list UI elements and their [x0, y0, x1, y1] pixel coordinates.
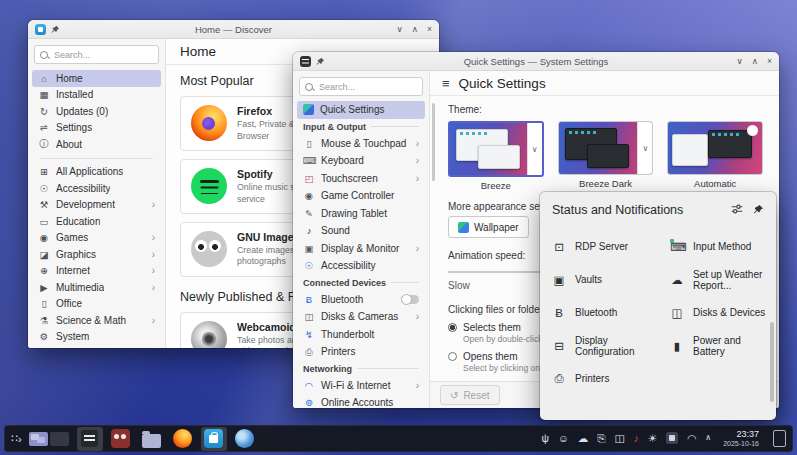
sidebar-item-game-controller[interactable]: Game Controller	[297, 187, 425, 205]
theme-card-breeze[interactable]: ∨ Breeze	[448, 121, 544, 191]
sidebar-item-display-monitor[interactable]: Display & Monitor›	[297, 240, 425, 258]
sidebar-item-bluetooth[interactable]: Bluetooth	[297, 291, 425, 309]
theme-preview-breeze-dark: ∨	[558, 121, 654, 175]
undo-icon	[450, 390, 458, 401]
show-desktop-button[interactable]	[773, 430, 786, 447]
sidebar-item-office[interactable]: Office	[32, 296, 161, 313]
sidebar-item-multimedia[interactable]: Multimedia›	[32, 279, 161, 296]
desktop-2[interactable]	[50, 432, 69, 446]
radio-button[interactable]	[448, 352, 457, 361]
pin-icon[interactable]	[51, 25, 60, 34]
sidebar-item-development[interactable]: Development›	[32, 197, 161, 214]
theme-card-automatic[interactable]: Automatic	[667, 121, 763, 191]
status-item-display-configuration[interactable]: Display Configuration	[552, 329, 670, 362]
task-gimp[interactable]	[108, 427, 134, 451]
status-item-printers[interactable]: Printers	[552, 362, 670, 395]
sidebar-item-internet[interactable]: Internet›	[32, 263, 161, 280]
desktop-1[interactable]	[29, 432, 48, 446]
sidebar-item-education[interactable]: Education	[32, 213, 161, 230]
status-item-power-battery[interactable]: Power and Battery	[670, 329, 772, 362]
close-button[interactable]: ×	[427, 20, 432, 38]
tray-network-icon[interactable]: ◠	[687, 433, 696, 444]
sidebar-item-touchscreen[interactable]: Touchscreen›	[297, 170, 425, 188]
settings-content-header: ≡ Quick Settings	[430, 71, 779, 96]
status-item-weather[interactable]: Set up Weather Report...	[670, 263, 772, 296]
task-system-settings[interactable]	[77, 427, 103, 451]
sidebar-item-graphics[interactable]: Graphics›	[32, 246, 161, 263]
popup-header: Status and Notifications	[540, 192, 776, 224]
hamburger-menu-icon[interactable]: ≡	[442, 76, 450, 91]
maximize-button[interactable]: ∧	[752, 52, 758, 70]
app-launcher-button[interactable]: ∷›	[11, 432, 21, 445]
task-firefox[interactable]	[170, 427, 196, 451]
sidebar-item-drawing-tablet[interactable]: Drawing Tablet	[297, 205, 425, 223]
system-icon	[38, 331, 50, 342]
content-scrollbar[interactable]	[432, 103, 435, 181]
sidebar-item-installed[interactable]: Installed	[32, 87, 161, 104]
sidebar-item-all-applications[interactable]: All Applications	[32, 164, 161, 181]
tray-night-light-icon[interactable]: ☀	[648, 433, 657, 444]
sidebar-item-sound[interactable]: Sound	[297, 222, 425, 240]
tray-weather-icon[interactable]: ☁	[578, 433, 589, 444]
search-input[interactable]	[52, 49, 153, 61]
sidebar-item-thunderbolt[interactable]: Thunderbolt	[297, 326, 425, 344]
task-discover[interactable]	[201, 427, 227, 451]
sidebar-item-accessibility[interactable]: Accessibility	[297, 257, 425, 275]
chevron-down-icon[interactable]: ∨	[527, 123, 542, 175]
status-item-rdp-server[interactable]: RDP Server	[552, 230, 670, 263]
sidebar-item-updates[interactable]: Updates (0)	[32, 103, 161, 120]
close-button[interactable]: ×	[767, 52, 772, 70]
sidebar-item-home[interactable]: Home	[32, 70, 161, 87]
sidebar-item-quick-settings[interactable]: Quick Settings	[297, 101, 425, 119]
task-file-manager[interactable]	[139, 427, 165, 451]
tray-media-player-icon[interactable]: ◫	[615, 433, 625, 444]
sidebar-item-science-math[interactable]: Science & Math›	[32, 312, 161, 329]
sidebar-item-accessibility[interactable]: Accessibility	[32, 180, 161, 197]
sidebar-item-disks-cameras[interactable]: Disks & Cameras›	[297, 308, 425, 326]
status-item-disks-devices[interactable]: Disks & Devices	[670, 296, 772, 329]
reset-button[interactable]: Reset	[440, 385, 500, 405]
bluetooth-toggle[interactable]	[401, 295, 419, 304]
sidebar-item-system[interactable]: System	[32, 329, 161, 346]
virtual-desktop-pager[interactable]	[29, 432, 69, 446]
minimize-button[interactable]: ∨	[737, 52, 743, 70]
minimize-button[interactable]: ∨	[397, 20, 403, 38]
sidebar-item-keyboard[interactable]: Keyboard›	[297, 152, 425, 170]
pin-icon[interactable]	[753, 201, 764, 219]
desktop: Home — Discover ∨ ∧ × Home Installed Upd…	[0, 0, 797, 455]
search-input[interactable]	[317, 81, 417, 93]
maximize-button[interactable]: ∧	[412, 20, 418, 38]
wallpaper-button[interactable]: Wallpaper	[448, 216, 529, 238]
sidebar-item-wifi-internet[interactable]: Wi-Fi & Internet›	[297, 377, 425, 395]
tray-keyboard-layout-icon[interactable]	[666, 432, 678, 444]
tray-volume-icon[interactable]: ♪	[633, 433, 638, 444]
configure-icon[interactable]	[731, 201, 743, 219]
sidebar-item-settings[interactable]: Settings	[32, 120, 161, 137]
science-icon	[38, 315, 50, 326]
radio-button-selected[interactable]	[448, 323, 457, 332]
sidebar-item-games[interactable]: Games›	[32, 230, 161, 247]
tray-user-switch-icon[interactable]: ☺	[558, 433, 569, 444]
status-item-input-method[interactable]: Input Method	[670, 230, 772, 263]
theme-selector: ∨ Breeze ∨ Breeze Dark	[448, 121, 763, 191]
sidebar-item-online-accounts[interactable]: Online Accounts	[297, 394, 425, 408]
tray-updates-icon[interactable]: ψ	[541, 433, 549, 444]
popup-scrollbar[interactable]	[770, 322, 774, 402]
status-item-bluetooth[interactable]: Bluetooth	[552, 296, 670, 329]
discover-search[interactable]	[34, 45, 159, 64]
digital-clock[interactable]: 23:37 2025-10-16	[723, 430, 759, 448]
settings-search[interactable]	[299, 77, 423, 96]
tray-expand-icon[interactable]: ∧	[705, 434, 711, 442]
sidebar-item-printers[interactable]: Printers	[297, 343, 425, 361]
sidebar-item-about[interactable]: About	[32, 136, 161, 153]
task-konqueror[interactable]	[232, 427, 258, 451]
sidebar-item-mouse-touchpad[interactable]: Mouse & Touchpad›	[297, 135, 425, 153]
launcher-arrow-icon: ›	[18, 433, 21, 445]
tray-clipboard-icon[interactable]: ⎘	[597, 433, 605, 444]
settings-titlebar[interactable]: Quick Settings — System Settings ∨ ∧ ×	[293, 52, 779, 71]
discover-titlebar[interactable]: Home — Discover ∨ ∧ ×	[28, 20, 439, 39]
status-item-vaults[interactable]: Vaults	[552, 263, 670, 296]
pin-icon[interactable]	[316, 57, 325, 66]
theme-card-breeze-dark[interactable]: ∨ Breeze Dark	[558, 121, 654, 191]
chevron-down-icon[interactable]: ∨	[637, 122, 652, 174]
